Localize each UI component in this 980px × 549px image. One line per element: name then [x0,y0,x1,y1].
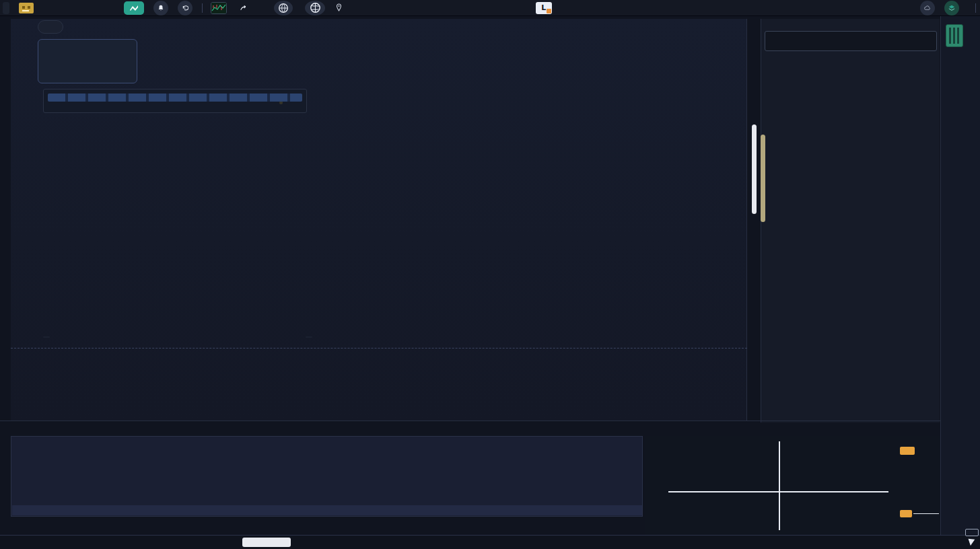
trading-app: L [0,0,980,549]
price-badge-low [900,510,912,517]
horizontal-scrollbar-thumb[interactable] [242,538,291,547]
redo-arrow-icon[interactable] [236,1,251,15]
crosshair-vertical [779,441,780,530]
bottom-right-chart-panel[interactable] [645,436,940,535]
right-price-column [940,16,980,535]
cloud-icon[interactable] [920,1,935,15]
add-button[interactable] [966,7,974,9]
main-chart-panel[interactable] [11,19,747,420]
draw-tool-button[interactable] [124,1,144,15]
cursor-icon [969,537,977,546]
top-toolbar: L [0,0,980,16]
bell-icon[interactable] [153,1,168,15]
mini-candles-svg [645,436,940,535]
pin-icon[interactable] [336,3,342,12]
watchlist-search-box[interactable] [765,31,937,51]
indicator-values-box[interactable] [43,89,307,113]
bottom-left-chart-panel[interactable] [11,436,643,517]
price-badge-top [900,447,915,455]
axis-corner-chip[interactable] [965,529,979,536]
vertical-scrollbar-white[interactable] [752,124,757,214]
mini-market-tile[interactable] [946,24,963,47]
layers-icon[interactable] [944,1,959,15]
vertical-scrollbar-tan[interactable] [761,135,765,222]
chart-inner-toolbar [38,20,63,34]
globe-icon-2[interactable] [305,1,325,15]
crosshair-horizontal [668,491,888,492]
brand-icon[interactable]: L [536,2,552,14]
pane-label-left[interactable] [43,336,50,338]
watchlist-panel [761,19,940,423]
pane-label-center[interactable] [306,336,312,338]
wallet-icon[interactable] [19,3,34,13]
symbol-selector[interactable] [38,39,137,83]
pane-separator[interactable] [11,348,747,349]
time-axis-bar[interactable] [0,535,980,549]
chart-thumbnail-button[interactable] [211,2,227,14]
toolbar-divider [202,3,203,13]
undo-icon[interactable] [178,1,193,15]
bottom-left-strip [12,505,642,515]
badge-line [913,513,939,514]
globe-icon-1[interactable] [274,1,293,15]
indicator-bar [48,94,302,102]
app-logo[interactable] [3,2,9,14]
divider-bottom-of-chart [0,420,940,421]
